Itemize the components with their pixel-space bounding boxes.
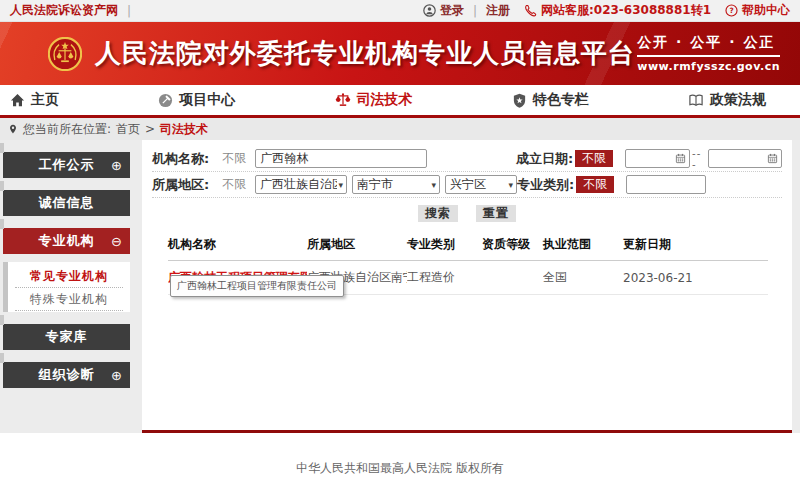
site-banner: 人民法院对外委托专业机构专业人员信息平台 公开 · 公平 · 公正 www.rm… [0, 22, 800, 85]
nav-item-policies[interactable]: 政策法规 [688, 91, 766, 109]
col-header-region: 所属地区 [307, 230, 407, 261]
nav-item-label: 政策法规 [710, 91, 766, 109]
sidebar-submenu: 常见专业机构 特殊专业机构 [3, 262, 130, 312]
login-register-divider: | [473, 4, 477, 18]
platform-title: 人民法院对外委托专业机构专业人员信息平台 [95, 36, 635, 71]
footer-copyright: 中华人民共和国最高人民法院 版权所有 [0, 433, 800, 484]
login-link[interactable]: 登录 [440, 2, 464, 19]
location-pin-icon [8, 123, 18, 135]
sidebar-item-expert-pool[interactable]: 专家库 [3, 324, 130, 350]
category-label: 专业类别: [517, 176, 574, 194]
category-group: 专业类别: 不限 [517, 175, 782, 194]
col-header-scope: 执业范围 [543, 230, 623, 261]
nav-item-label: 项目中心 [179, 91, 235, 109]
topbar-right: 登录 | 注册 网站客服:023-63088881转1 ? 帮助中心 [409, 2, 790, 19]
breadcrumb-current: 司法技术 [160, 121, 208, 138]
sidebar-menu: 工作公示 ⊕ 诚信信息 专业机构 ⊖ 常见专业机构 特殊专业机构 专家库 组织诊… [3, 152, 130, 400]
col-header-updated: 更新日期 [623, 230, 768, 261]
nav-item-label: 司法技术 [357, 91, 413, 109]
chevron-down-icon: ▾ [339, 180, 344, 190]
nav-item-home[interactable]: 主页 [10, 91, 59, 109]
sidebar-subitem-special-orgs[interactable]: 特殊专业机构 [15, 288, 123, 311]
project-center-icon [158, 93, 173, 108]
org-name-tooltip: 广西翰林工程项目管理有限责任公司 [170, 275, 344, 297]
breadcrumb-separator: > [145, 122, 155, 136]
sidebar-item-label: 诚信信息 [39, 194, 95, 212]
org-name-input[interactable] [255, 149, 427, 168]
reset-button[interactable]: 重置 [476, 205, 516, 222]
date-from-input[interactable] [625, 149, 690, 168]
sidebar-item-label: 专家库 [46, 328, 88, 346]
region-label: 所属地区: [152, 176, 209, 194]
founded-date-label: 成立日期: [516, 150, 573, 168]
expand-icon[interactable]: ⊕ [111, 369, 123, 382]
main-area: 工作公示 ⊕ 诚信信息 专业机构 ⊖ 常见专业机构 特殊专业机构 专家库 组织诊… [0, 140, 800, 433]
table-header-row: 机构名称 所属地区 专业类别 资质等级 执业范围 更新日期 [168, 230, 768, 261]
svg-text:?: ? [729, 6, 733, 15]
help-center-link[interactable]: 帮助中心 [742, 2, 790, 19]
col-header-org-name: 机构名称 [168, 230, 307, 261]
chevron-down-icon: ▾ [432, 180, 437, 190]
register-link[interactable]: 注册 [486, 2, 510, 19]
province-select-value: 广西壮族自治区 [260, 176, 336, 193]
sidebar-item-label: 专业机构 [39, 232, 95, 250]
date-to-input[interactable] [708, 149, 782, 168]
search-button[interactable]: 搜索 [418, 205, 458, 222]
district-select[interactable]: 兴宁区 ▾ [445, 175, 517, 194]
sidebar-item-label: 组织诊断 [39, 366, 95, 384]
book-icon [688, 93, 704, 108]
badge-star-icon [512, 93, 527, 108]
region-unlimited-option[interactable]: 不限 [222, 176, 255, 193]
sidebar-item-work-publicity[interactable]: 工作公示 ⊕ [3, 152, 130, 178]
top-utility-bar: 人民法院诉讼资产网 | 登录 | 注册 网站客服:023-63088881转1 … [0, 0, 800, 22]
nav-item-judicial-tech[interactable]: 司法技术 [335, 91, 413, 109]
nav-item-project-center[interactable]: 项目中心 [158, 91, 235, 109]
form-row-org-name: 机构名称: 不限 成立日期: 不限 --- [152, 146, 782, 172]
category-input[interactable] [626, 175, 706, 194]
slogan-text: 公开 · 公平 · 公正 [637, 34, 780, 57]
district-select-value: 兴宁区 [450, 176, 506, 193]
sidebar-item-org-diagnosis[interactable]: 组织诊断 ⊕ [3, 362, 130, 388]
site-name-link[interactable]: 人民法院诉讼资产网 [10, 2, 118, 19]
sidebar-item-professional-orgs[interactable]: 专业机构 ⊖ [3, 228, 130, 254]
breadcrumb-prefix: 您当前所在位置: [23, 121, 111, 138]
region-selects: 广西壮族自治区 ▾ 南宁市 ▾ 兴宁区 ▾ [255, 175, 517, 194]
founded-date-group: 成立日期: 不限 --- [516, 148, 782, 170]
nav-item-special-column[interactable]: 特色专栏 [512, 91, 589, 109]
service-hotline-text: 网站客服:023-63088881转1 [541, 2, 711, 19]
city-select[interactable]: 南宁市 ▾ [352, 175, 440, 194]
nav-item-label: 特色专栏 [533, 91, 589, 109]
col-header-category: 专业类别 [407, 230, 482, 261]
cell-updated: 2023-06-21 [623, 261, 768, 295]
founded-date-unlimited-button[interactable]: 不限 [575, 150, 613, 167]
province-select[interactable]: 广西壮族自治区 ▾ [255, 175, 347, 194]
sidebar-subitem-common-orgs[interactable]: 常见专业机构 [15, 265, 123, 288]
org-name-unlimited-option[interactable]: 不限 [222, 150, 255, 167]
cell-grade [482, 261, 543, 295]
calendar-icon [675, 153, 686, 164]
breadcrumb-home-link[interactable]: 首页 [116, 121, 140, 138]
collapse-icon[interactable]: ⊖ [111, 235, 123, 248]
home-icon [10, 93, 25, 108]
city-select-value: 南宁市 [357, 176, 429, 193]
nav-item-label: 主页 [31, 91, 59, 109]
site-url: www.rmfysszc.gov.cn [637, 60, 780, 73]
topbar-divider: | [127, 4, 131, 18]
scales-icon [335, 92, 351, 108]
form-row-region: 所属地区: 不限 广西壮族自治区 ▾ 南宁市 ▾ 兴宁区 ▾ 专业类别: 不限 [152, 172, 782, 198]
chevron-down-icon: ▾ [509, 180, 514, 190]
expand-icon[interactable]: ⊕ [111, 159, 123, 172]
slogan-block: 公开 · 公平 · 公正 www.rmfysszc.gov.cn [637, 34, 784, 73]
cell-category: 工程造价 [407, 261, 482, 295]
org-name-label: 机构名称: [152, 150, 209, 168]
sidebar-item-label: 工作公示 [39, 156, 95, 174]
user-icon [423, 4, 436, 17]
main-nav: 主页 项目中心 司法技术 特色专栏 政策法规 [0, 85, 800, 118]
category-unlimited-button[interactable]: 不限 [576, 176, 614, 193]
content-panel: 机构名称: 不限 成立日期: 不限 --- [142, 140, 792, 433]
date-range-separator: --- [692, 148, 706, 170]
help-question-icon: ? [725, 4, 738, 17]
sidebar-item-integrity-info[interactable]: 诚信信息 [3, 190, 130, 216]
court-emblem-icon [48, 37, 82, 71]
cell-scope: 全国 [543, 261, 623, 295]
